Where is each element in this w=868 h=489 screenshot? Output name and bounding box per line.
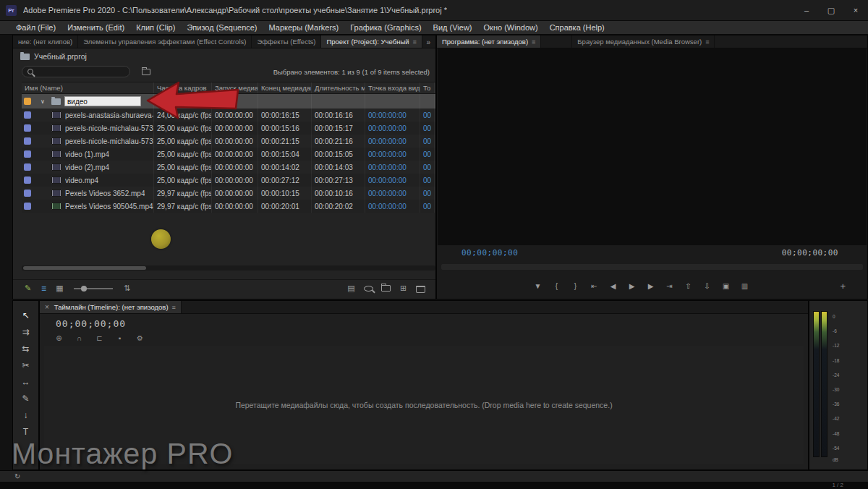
panel-menu-icon[interactable]: ≡ [532, 38, 535, 46]
table-row[interactable]: Pexels Videos 905045.mp429,97 кадр/с (fp… [22, 200, 435, 213]
label-chip[interactable] [24, 163, 31, 171]
clear-icon[interactable] [416, 286, 425, 293]
menu-item[interactable]: Вид (View) [427, 23, 478, 32]
column-header[interactable]: Длительность ме [312, 82, 365, 93]
go-to-out-icon[interactable]: ⇥ [665, 281, 674, 292]
table-row[interactable]: pexels-nicole-michalau-57325,00 кадр/с (… [22, 122, 435, 135]
panel-tab[interactable]: Проект (Project): Учебный≡ [321, 35, 422, 48]
menu-item[interactable]: Окно (Window) [478, 23, 544, 32]
close-panel-icon[interactable]: × [45, 303, 49, 311]
panel-tab[interactable]: Эффекты (Effects) [252, 35, 321, 48]
label-chip[interactable] [24, 190, 31, 197]
automate-to-sequence-icon[interactable]: ▤ [346, 283, 356, 294]
panel-tab[interactable]: Программа: (нет эпизодов)≡ [437, 35, 541, 48]
new-item-icon[interactable]: ⊞ [399, 283, 408, 294]
timeline-display-settings-icon[interactable]: ⊕ [54, 333, 64, 344]
disclosure-icon[interactable]: ∨ [34, 98, 51, 105]
monitor-scrubber[interactable] [441, 264, 863, 270]
project-root-item[interactable]: Учебный.prproj [20, 52, 87, 61]
pen-tool[interactable]: ✎ [13, 390, 38, 407]
minimize-button[interactable]: – [794, 0, 819, 20]
icon-view-icon[interactable]: ▦ [55, 283, 64, 294]
label-chip[interactable] [24, 137, 31, 145]
label-chip[interactable] [24, 150, 31, 158]
panel-menu-icon[interactable]: ≡ [705, 38, 709, 46]
zoom-slider-icon[interactable] [74, 288, 113, 289]
panel-menu-icon[interactable]: ≡ [413, 38, 417, 46]
search-input[interactable] [38, 68, 124, 76]
menu-item[interactable]: Маркеры (Markers) [263, 23, 345, 32]
table-row[interactable]: video.mp425,00 кадр/с (fps)00:00:00:0000… [22, 174, 435, 187]
track-select-forward-tool[interactable]: ⇉ [13, 323, 38, 340]
close-button[interactable]: × [843, 0, 868, 20]
find-icon[interactable] [364, 286, 373, 292]
cell-fps: 25,00 кадр/с (fps) [154, 161, 212, 174]
panel-menu-icon[interactable]: ≡ [172, 304, 176, 311]
bin-name-input[interactable] [64, 96, 141, 106]
tab-label: Таймлайн (Timeline): (нет эпизодов) [54, 303, 169, 311]
panel-tab[interactable]: ние: (нет клипов) [13, 35, 78, 48]
mark-out-icon[interactable]: } [571, 281, 580, 292]
table-row[interactable]: Pexels Videos 3652.mp429,97 кадр/с (fps)… [22, 187, 435, 200]
cell-end: 00:00:20:01 [258, 200, 312, 213]
hand-tool[interactable]: ↓ [13, 407, 38, 423]
table-row[interactable]: video (2).mp425,00 кадр/с (fps)00:00:00:… [22, 161, 435, 174]
label-chip[interactable] [24, 111, 31, 119]
linked-selection-icon[interactable]: ⊏ [95, 333, 104, 344]
menu-item[interactable]: Справка (Help) [544, 23, 610, 32]
label-chip[interactable] [24, 98, 31, 105]
column-header[interactable]: Имя (Name) [22, 82, 154, 93]
scrollbar-thumb[interactable] [23, 266, 146, 270]
add-marker-icon[interactable]: ▼ [533, 281, 542, 292]
table-row[interactable]: pexels-nicole-michalau-57325,00 кадр/с (… [22, 135, 435, 148]
table-row[interactable]: video (1).mp425,00 кадр/с (fps)00:00:00:… [22, 148, 435, 161]
menu-item[interactable]: Файл (File) [10, 23, 61, 32]
tab-timeline[interactable]: × Таймлайн (Timeline): (нет эпизодов) ≡ [40, 301, 182, 313]
ripple-edit-tool[interactable]: ⇆ [13, 340, 38, 357]
menu-item[interactable]: Графика (Graphics) [344, 23, 427, 32]
step-forward-icon[interactable]: ▶ [646, 281, 655, 292]
timeline-drop-zone[interactable]: Перетащите медиафайлы сюда, чтобы создат… [44, 346, 804, 464]
column-header[interactable]: Частота кадров [154, 82, 212, 93]
menu-item[interactable]: Изменить (Edit) [61, 23, 130, 32]
table-row[interactable]: pexels-anastasia-shuraeva-24,00 кадр/с (… [22, 109, 435, 122]
search-box[interactable] [22, 66, 130, 77]
menu-item[interactable]: Эпизод (Sequence) [181, 23, 263, 32]
mark-in-icon[interactable]: { [552, 281, 561, 292]
snap-icon[interactable]: ∩ [75, 333, 84, 344]
menu-item[interactable]: Клип (Clip) [130, 23, 181, 32]
create-search-bin-button[interactable] [139, 67, 153, 77]
column-header[interactable]: Запуск медиадан [212, 82, 258, 93]
column-header[interactable]: Конец медиаданн [258, 82, 312, 93]
writable-icon[interactable]: ✎ [23, 283, 33, 294]
razor-tool[interactable]: ✂ [13, 357, 38, 373]
marker-icon[interactable]: ▪ [115, 333, 124, 344]
column-header[interactable]: То [420, 82, 435, 93]
new-bin-icon[interactable] [381, 285, 391, 292]
comparison-view-icon[interactable]: ▥ [740, 281, 749, 292]
export-frame-icon[interactable]: ▣ [721, 281, 731, 292]
list-view-icon[interactable]: ≡ [39, 283, 48, 294]
settings-wrench-icon[interactable]: ⚙ [135, 333, 145, 344]
sync-settings-icon[interactable]: ↻ [14, 472, 20, 480]
horizontal-scrollbar[interactable] [22, 265, 435, 271]
label-chip[interactable] [24, 177, 31, 184]
extract-icon[interactable]: ⇩ [702, 281, 712, 292]
tab-overflow-icon[interactable]: » [422, 35, 434, 48]
step-back-icon[interactable]: ◀ [608, 281, 618, 292]
lift-icon[interactable]: ⇧ [684, 281, 693, 292]
panel-tab[interactable]: Браузер медиаданных (Media Browser)≡ [571, 35, 715, 48]
column-header[interactable]: Точка входа виде [365, 82, 420, 93]
go-to-in-icon[interactable]: ⇤ [590, 281, 599, 292]
play-icon[interactable]: ▶ [627, 281, 637, 292]
slip-tool[interactable]: ↔ [13, 373, 38, 390]
label-chip[interactable] [24, 203, 31, 210]
bin-rename-row[interactable]: ∨ [22, 94, 435, 109]
maximize-button[interactable]: ▢ [819, 0, 843, 20]
button-editor-icon[interactable]: + [840, 278, 846, 294]
type-tool[interactable]: T [13, 423, 38, 440]
label-chip[interactable] [24, 124, 31, 132]
panel-tab[interactable]: Элементы управления эффектами (Effect Co… [78, 35, 252, 48]
selection-tool[interactable]: ↖ [13, 307, 38, 323]
sort-icon[interactable]: ⇅ [122, 283, 132, 294]
